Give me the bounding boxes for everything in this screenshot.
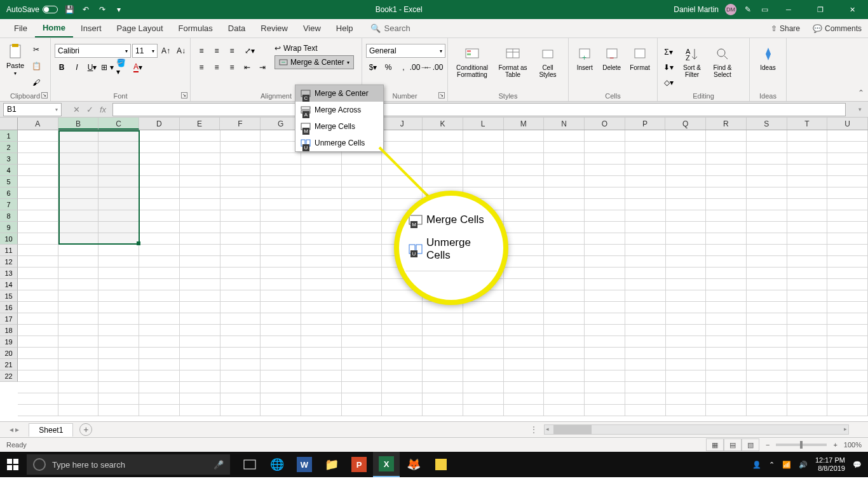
cell[interactable] — [666, 222, 707, 233]
cell[interactable] — [787, 245, 828, 256]
cell[interactable] — [666, 290, 707, 302]
cell[interactable] — [98, 359, 139, 370]
cell[interactable] — [666, 302, 707, 313]
cell[interactable] — [180, 233, 220, 245]
cell[interactable] — [504, 405, 545, 416]
cell[interactable] — [544, 256, 585, 268]
cell[interactable] — [787, 268, 828, 279]
page-layout-view-button[interactable]: ▤ — [724, 438, 742, 451]
cell[interactable] — [180, 279, 220, 290]
cell[interactable] — [544, 279, 585, 290]
cell[interactable] — [666, 176, 707, 187]
cell[interactable] — [787, 187, 828, 199]
cell[interactable] — [18, 313, 58, 325]
cell[interactable] — [58, 233, 99, 245]
cell[interactable] — [261, 165, 301, 176]
cell[interactable] — [58, 256, 99, 268]
cell[interactable] — [706, 142, 747, 153]
cell[interactable] — [261, 313, 301, 325]
wrap-text-button[interactable]: Wrap Text — [283, 44, 318, 53]
cell[interactable] — [544, 268, 585, 279]
cell[interactable] — [58, 290, 99, 302]
cell[interactable] — [585, 393, 625, 405]
insert-cells-button[interactable]: +Insert — [573, 43, 597, 71]
cell[interactable] — [139, 290, 180, 302]
zoom-level[interactable]: 100% — [844, 441, 862, 449]
cell[interactable] — [382, 393, 423, 405]
cell[interactable] — [787, 348, 828, 359]
cell[interactable] — [382, 359, 423, 370]
cell[interactable] — [666, 199, 707, 210]
cell[interactable] — [98, 165, 139, 176]
sheet-nav-prev[interactable]: ◂ ▸ — [0, 425, 29, 434]
sort-filter-button[interactable]: AZSort & Filter — [678, 43, 706, 78]
cell[interactable] — [625, 245, 666, 256]
cell[interactable] — [747, 370, 787, 382]
cell[interactable] — [706, 199, 747, 210]
cell[interactable] — [666, 210, 707, 222]
cell[interactable] — [382, 325, 423, 336]
cell[interactable] — [180, 130, 220, 142]
cell[interactable] — [58, 325, 99, 336]
cell[interactable] — [180, 256, 220, 268]
cell[interactable] — [382, 370, 423, 382]
cell[interactable] — [827, 382, 868, 393]
cell[interactable] — [544, 393, 585, 405]
cell[interactable] — [342, 187, 383, 199]
cell[interactable] — [58, 142, 99, 153]
col-header-T[interactable]: T — [787, 118, 828, 130]
cell[interactable] — [827, 302, 868, 313]
cell[interactable] — [342, 279, 383, 290]
cell[interactable] — [787, 142, 828, 153]
cell[interactable] — [544, 199, 585, 210]
conditional-formatting-button[interactable]: Conditional Formatting — [452, 43, 492, 78]
col-header-S[interactable]: S — [747, 118, 787, 130]
cell[interactable] — [18, 279, 58, 290]
user-name[interactable]: Daniel Martin — [674, 5, 719, 14]
cell[interactable] — [261, 245, 301, 256]
cell[interactable] — [18, 187, 58, 199]
cell[interactable] — [382, 348, 423, 359]
cell[interactable] — [747, 382, 787, 393]
cell[interactable] — [261, 268, 301, 279]
fill-color-button[interactable]: 🪣▾ — [116, 60, 130, 74]
col-header-O[interactable]: O — [585, 118, 625, 130]
cell[interactable] — [261, 153, 301, 165]
cell[interactable] — [220, 210, 261, 222]
cell[interactable] — [139, 222, 180, 233]
col-header-Q[interactable]: Q — [665, 118, 706, 130]
formula-bar[interactable] — [112, 103, 846, 116]
cell[interactable] — [504, 256, 545, 268]
tray-up-icon[interactable]: ⌃ — [769, 461, 775, 469]
cell[interactable] — [625, 313, 666, 325]
cell[interactable] — [544, 245, 585, 256]
format-painter-button[interactable]: 🖌 — [29, 76, 43, 90]
underline-button[interactable]: U ▾ — [85, 60, 99, 74]
cell[interactable] — [301, 256, 342, 268]
cell[interactable] — [463, 325, 504, 336]
cell[interactable] — [220, 279, 261, 290]
cell[interactable] — [220, 233, 261, 245]
tab-home[interactable]: Home — [35, 19, 73, 37]
select-all-button[interactable] — [0, 118, 18, 130]
cell[interactable] — [787, 405, 828, 416]
col-header-K[interactable]: K — [423, 118, 463, 130]
cell[interactable] — [463, 142, 504, 153]
cell[interactable] — [180, 222, 220, 233]
cell[interactable] — [220, 382, 261, 393]
cell[interactable] — [585, 199, 625, 210]
cell[interactable] — [625, 382, 666, 393]
tab-data[interactable]: Data — [220, 19, 253, 37]
cell[interactable] — [585, 359, 625, 370]
cell[interactable] — [18, 393, 58, 405]
cell[interactable] — [747, 165, 787, 176]
cell[interactable] — [827, 313, 868, 325]
cell[interactable] — [98, 268, 139, 279]
cell[interactable] — [342, 336, 383, 348]
row-header-8[interactable]: 8 — [0, 210, 18, 222]
cell[interactable] — [504, 393, 545, 405]
cell[interactable] — [544, 359, 585, 370]
cell[interactable] — [301, 405, 342, 416]
cell[interactable] — [827, 325, 868, 336]
cell[interactable] — [504, 165, 545, 176]
